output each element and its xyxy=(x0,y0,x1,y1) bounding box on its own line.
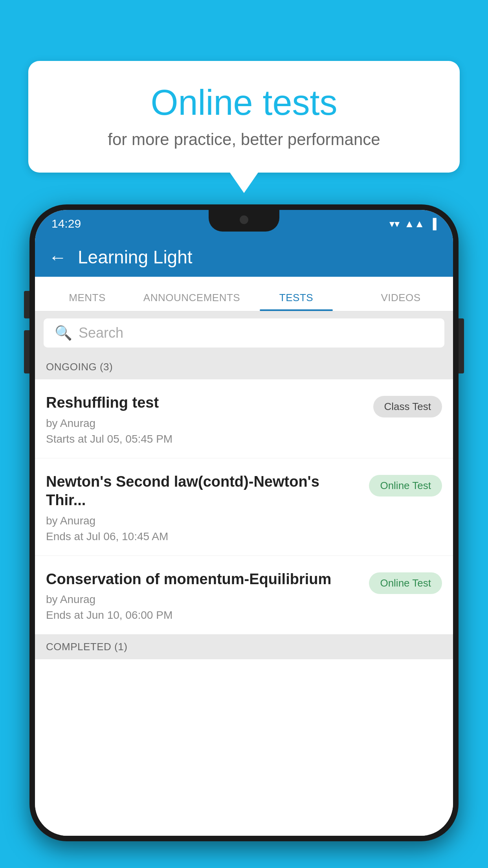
bubble-title: Online tests xyxy=(52,83,436,123)
speech-bubble: Online tests for more practice, better p… xyxy=(28,61,460,173)
phone-notch xyxy=(209,210,279,232)
status-icons: ▾▾ ▲▲ ▐ xyxy=(389,218,437,230)
test-badge-3: Online Test xyxy=(369,572,442,594)
status-time: 14:29 xyxy=(51,217,81,230)
tab-videos[interactable]: VIDEOS xyxy=(349,292,453,311)
test-info-2: Newton's Second law(contd)-Newton's Thir… xyxy=(46,473,361,543)
tab-ments[interactable]: MENTS xyxy=(35,292,139,311)
test-badge-1: Class Test xyxy=(373,396,442,417)
test-name-1: Reshuffling test xyxy=(46,394,365,412)
back-button[interactable]: ← xyxy=(49,246,67,268)
phone-container: 14:29 ▾▾ ▲▲ ▐ ← Learning Light MENTS ANN… xyxy=(29,204,459,868)
search-icon: 🔍 xyxy=(55,325,72,341)
test-name-3: Conservation of momentum-Equilibrium xyxy=(46,570,361,589)
test-date-1: Starts at Jul 05, 05:45 PM xyxy=(46,433,365,445)
tabs-bar: MENTS ANNOUNCEMENTS TESTS VIDEOS xyxy=(35,277,453,311)
test-by-3: by Anurag xyxy=(46,593,361,606)
test-item-3[interactable]: Conservation of momentum-Equilibrium by … xyxy=(35,556,453,635)
phone-screen: 14:29 ▾▾ ▲▲ ▐ ← Learning Light MENTS ANN… xyxy=(35,210,453,836)
phone-outer: 14:29 ▾▾ ▲▲ ▐ ← Learning Light MENTS ANN… xyxy=(29,204,459,841)
scroll-content: Reshuffling test by Anurag Starts at Jul… xyxy=(35,379,453,836)
test-badge-2: Online Test xyxy=(369,475,442,497)
wifi-icon: ▾▾ xyxy=(389,218,400,230)
search-box[interactable]: 🔍 Search xyxy=(44,318,444,348)
test-info-1: Reshuffling test by Anurag Starts at Jul… xyxy=(46,394,365,445)
test-by-1: by Anurag xyxy=(46,417,365,430)
test-date-2: Ends at Jul 06, 10:45 AM xyxy=(46,530,361,543)
test-date-3: Ends at Jun 10, 06:00 PM xyxy=(46,609,361,622)
signal-icon: ▲▲ xyxy=(404,218,424,230)
side-button-left2 xyxy=(24,330,29,373)
ongoing-section-header: ONGOING (3) xyxy=(35,355,453,379)
completed-section-header: COMPLETED (1) xyxy=(35,634,453,659)
header-title: Learning Light xyxy=(78,246,193,268)
bubble-subtitle: for more practice, better performance xyxy=(52,130,436,149)
test-info-3: Conservation of momentum-Equilibrium by … xyxy=(46,570,361,622)
side-button-right xyxy=(459,318,464,373)
test-item-1[interactable]: Reshuffling test by Anurag Starts at Jul… xyxy=(35,379,453,458)
test-name-2: Newton's Second law(contd)-Newton's Thir… xyxy=(46,473,361,510)
search-container: 🔍 Search xyxy=(35,311,453,355)
camera xyxy=(240,215,248,224)
test-by-2: by Anurag xyxy=(46,515,361,527)
tab-tests[interactable]: TESTS xyxy=(244,292,349,311)
tab-announcements[interactable]: ANNOUNCEMENTS xyxy=(139,292,244,311)
test-item-2[interactable]: Newton's Second law(contd)-Newton's Thir… xyxy=(35,458,453,556)
side-button-left1 xyxy=(24,291,29,318)
search-input[interactable]: Search xyxy=(79,325,123,341)
battery-icon: ▐ xyxy=(429,218,437,230)
app-header: ← Learning Light xyxy=(35,237,453,277)
